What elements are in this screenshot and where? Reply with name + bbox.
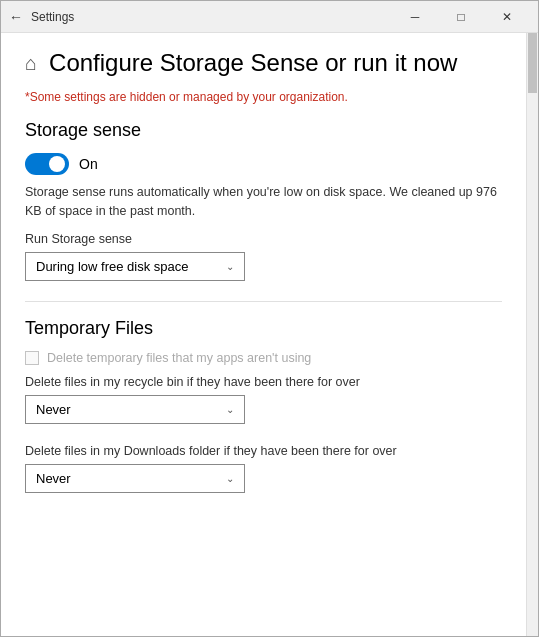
window-title: Settings bbox=[31, 10, 392, 24]
window: ← Settings ─ □ ✕ ⌂ Configure Storage Sen… bbox=[0, 0, 539, 637]
dropdown-arrow-icon: ⌄ bbox=[226, 261, 234, 272]
org-notice: *Some settings are hidden or managed by … bbox=[25, 90, 502, 104]
maximize-button[interactable]: □ bbox=[438, 1, 484, 33]
home-icon: ⌂ bbox=[25, 52, 37, 75]
close-button[interactable]: ✕ bbox=[484, 1, 530, 33]
recycle-dropdown-arrow-icon: ⌄ bbox=[226, 404, 234, 415]
downloads-label: Delete files in my Downloads folder if t… bbox=[25, 444, 502, 458]
downloads-dropdown[interactable]: Never ⌄ bbox=[25, 464, 245, 493]
scrollbar[interactable] bbox=[526, 33, 538, 636]
delete-temp-files-row: Delete temporary files that my apps aren… bbox=[25, 351, 502, 365]
storage-sense-description: Storage sense runs automatically when yo… bbox=[25, 183, 502, 221]
content-area: ⌂ Configure Storage Sense or run it now … bbox=[1, 33, 538, 636]
section-divider bbox=[25, 301, 502, 302]
delete-temp-label: Delete temporary files that my apps aren… bbox=[47, 351, 311, 365]
toggle-label: On bbox=[79, 156, 98, 172]
scrollbar-thumb[interactable] bbox=[528, 33, 537, 93]
temporary-files-title: Temporary Files bbox=[25, 318, 502, 339]
toggle-knob bbox=[49, 156, 65, 172]
toggle-row: On bbox=[25, 153, 502, 175]
main-content: ⌂ Configure Storage Sense or run it now … bbox=[1, 33, 526, 636]
minimize-button[interactable]: ─ bbox=[392, 1, 438, 33]
downloads-dropdown-value: Never bbox=[36, 471, 71, 486]
recycle-dropdown-value: Never bbox=[36, 402, 71, 417]
downloads-dropdown-arrow-icon: ⌄ bbox=[226, 473, 234, 484]
page-header: ⌂ Configure Storage Sense or run it now bbox=[25, 49, 502, 78]
recycle-bin-dropdown[interactable]: Never ⌄ bbox=[25, 395, 245, 424]
dropdown-value: During low free disk space bbox=[36, 259, 188, 274]
run-storage-sense-dropdown[interactable]: During low free disk space ⌄ bbox=[25, 252, 245, 281]
storage-sense-toggle[interactable] bbox=[25, 153, 69, 175]
page-title: Configure Storage Sense or run it now bbox=[49, 49, 457, 78]
recycle-bin-label: Delete files in my recycle bin if they h… bbox=[25, 375, 502, 389]
window-controls: ─ □ ✕ bbox=[392, 1, 530, 33]
delete-temp-checkbox[interactable] bbox=[25, 351, 39, 365]
run-storage-sense-label: Run Storage sense bbox=[25, 232, 502, 246]
title-bar: ← Settings ─ □ ✕ bbox=[1, 1, 538, 33]
back-button[interactable]: ← bbox=[9, 9, 23, 25]
storage-sense-title: Storage sense bbox=[25, 120, 502, 141]
